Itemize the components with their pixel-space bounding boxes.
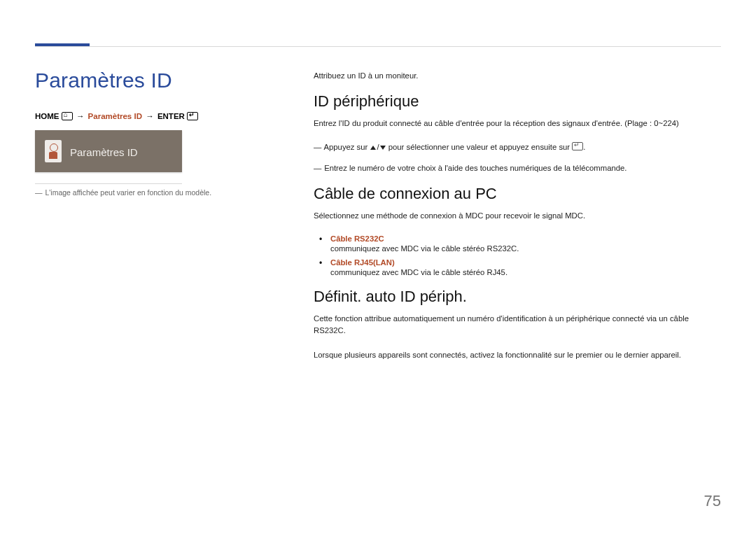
device-id-note-1: ― Appuyez sur / pour sélectionner une va…: [314, 142, 721, 151]
home-icon: [62, 112, 73, 120]
page-header-rule: [35, 43, 721, 46]
option-desc-rj45: communiquez avec MDC via le câble stéréo…: [330, 268, 721, 276]
intro-text: Attribuez un ID à un moniteur.: [314, 71, 721, 80]
page-number: 75: [704, 492, 721, 510]
option-label-rj45: Câble RJ45(LAN): [330, 258, 395, 267]
device-id-body: Entrez l'ID du produit connecté au câble…: [314, 118, 721, 129]
preview-label: Paramètres ID: [70, 146, 138, 158]
breadcrumb-arrow-2: →: [146, 112, 154, 120]
list-item: Câble RJ45(LAN) communiquez avec MDC via…: [330, 258, 721, 276]
cable-options-list: Câble RS232C communiquez avec MDC via le…: [314, 234, 721, 276]
list-item: Câble RS232C communiquez avec MDC via le…: [330, 234, 721, 253]
section-heading-device-id: ID périphérique: [314, 92, 721, 111]
pc-cable-body: Sélectionnez une méthode de connexion à …: [314, 210, 721, 222]
note2-text: Entrez le numéro de votre choix à l'aide…: [324, 164, 626, 172]
left-column: Paramètres ID HOME → Paramètres ID → ENT…: [35, 69, 265, 197]
preview-thumbnail: Paramètres ID: [35, 130, 182, 172]
up-arrow-icon: [370, 146, 376, 150]
left-divider: [35, 183, 182, 184]
breadcrumb-arrow-1: →: [76, 112, 85, 120]
note1-end: .: [583, 143, 585, 151]
auto-id-body-2: Lorsque plusieurs appareils sont connect…: [314, 349, 721, 361]
down-arrow-icon: [380, 146, 386, 150]
enter-icon: [187, 112, 198, 120]
option-desc-rs232c: communiquez avec MDC via le câble stéréo…: [330, 244, 721, 253]
auto-id-body-1: Cette fonction attribue automatiquement …: [314, 313, 721, 337]
enter-icon-inline: [572, 142, 583, 150]
section-heading-auto-id: Définit. auto ID périph.: [314, 288, 721, 306]
breadcrumb-current: Paramètres ID: [88, 112, 142, 120]
breadcrumb-enter: ENTER: [158, 112, 185, 120]
option-label-rs232c: Câble RS232C: [330, 234, 384, 243]
breadcrumb: HOME → Paramètres ID → ENTER: [35, 112, 265, 120]
section-heading-pc-cable: Câble de connexion au PC: [314, 185, 721, 203]
breadcrumb-home: HOME: [35, 112, 59, 120]
note1-pre: Appuyez sur: [324, 143, 368, 151]
id-badge-icon: [45, 140, 62, 162]
note1-post: pour sélectionner une valeur et appuyez …: [388, 143, 570, 151]
device-id-note-2: ― Entrez le numéro de votre choix à l'ai…: [314, 164, 721, 172]
right-column: Attribuez un ID à un moniteur. ID périph…: [314, 71, 721, 374]
left-footnote: ―L'image affichée peut varier en fonctio…: [35, 188, 265, 197]
page-title: Paramètres ID: [35, 69, 265, 92]
left-footnote-text: L'image affichée peut varier en fonction…: [46, 188, 212, 197]
horizontal-rule: [35, 46, 721, 47]
